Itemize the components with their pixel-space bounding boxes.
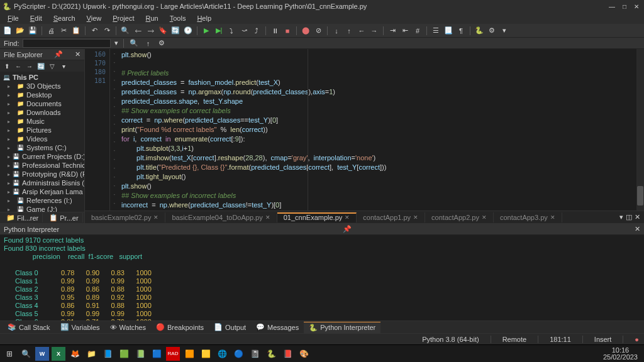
- step-out-icon[interactable]: ⤴: [252, 26, 262, 36]
- bottom-tab[interactable]: 🐍Python Interpreter: [304, 322, 380, 333]
- tab-close-icon[interactable]: ✕: [550, 214, 555, 221]
- tree-item[interactable]: ▸📁3D Objects: [0, 82, 84, 90]
- dropdown-icon[interactable]: ▾: [59, 62, 68, 70]
- panel-close-icon[interactable]: ✕: [75, 50, 80, 58]
- expand-icon[interactable]: ▸: [8, 101, 14, 107]
- tab-close-icon[interactable]: ✕: [153, 214, 158, 221]
- expand-icon[interactable]: ▸: [8, 207, 14, 212]
- editor-tab[interactable]: 01_cnnExample.py✕: [277, 212, 357, 222]
- tab-close-icon[interactable]: ✕: [345, 214, 350, 221]
- nav-fwd-icon[interactable]: 🡒: [145, 26, 155, 36]
- editor-tab[interactable]: contactApp1.py✕: [357, 212, 425, 222]
- tree-item[interactable]: ▸📁Pictures: [0, 126, 84, 134]
- menu-edit[interactable]: Edit: [25, 13, 47, 23]
- app-icon[interactable]: 📘: [101, 347, 114, 361]
- undo-icon[interactable]: ↶: [89, 26, 99, 36]
- arrow-icon[interactable]: →: [369, 26, 379, 36]
- fold-column[interactable]: · · · · · · · · · · · · · · · · · · · · …: [110, 49, 119, 211]
- menu-view[interactable]: View: [82, 13, 107, 23]
- interpreter-output[interactable]: Found 9170 correct labels Found 830 inco…: [0, 235, 644, 321]
- app-icon[interactable]: 🟦: [150, 347, 164, 361]
- new-file-icon[interactable]: 📄: [3, 26, 13, 36]
- outdent-icon[interactable]: ⇤: [400, 26, 410, 36]
- comment-icon[interactable]: #: [413, 26, 423, 36]
- tree-item[interactable]: ▸💾Prototyping (R&D) (F:): [0, 170, 84, 178]
- tree-item[interactable]: ▸💾Professional Technical Writing (E:): [0, 161, 84, 170]
- app-icon[interactable]: 📓: [248, 347, 262, 361]
- edge-icon[interactable]: 🔵: [231, 347, 245, 361]
- pin-icon[interactable]: 📌: [343, 225, 352, 233]
- open-file-icon[interactable]: 📂: [15, 26, 25, 36]
- chrome-icon[interactable]: 🌐: [215, 347, 229, 361]
- filter-icon[interactable]: ▽: [48, 62, 57, 70]
- expand-icon[interactable]: ▸: [8, 136, 14, 142]
- pilcrow-icon[interactable]: ¶: [456, 26, 466, 36]
- bottom-tab[interactable]: 🔣Variables: [55, 322, 105, 332]
- menu-run[interactable]: Run: [141, 13, 164, 23]
- find-next-icon[interactable]: 🔍: [129, 38, 139, 48]
- expand-icon[interactable]: ▸: [8, 180, 10, 186]
- editor-tab[interactable]: contactApp2.py✕: [425, 212, 494, 222]
- expand-icon[interactable]: ▸: [8, 145, 14, 151]
- editor-body[interactable]: 160 170 180 181 · · · · · · · · · · · · …: [85, 49, 644, 211]
- print-icon[interactable]: 🖨: [46, 26, 56, 36]
- bookmark-icon[interactable]: 🔖: [158, 26, 168, 36]
- nav-fwd-icon[interactable]: →: [25, 62, 34, 70]
- debug-icon[interactable]: ▶|: [214, 26, 224, 36]
- minimize-button[interactable]: —: [609, 3, 615, 10]
- tree-item[interactable]: ▸💾Game (J:): [0, 205, 84, 212]
- pin-icon[interactable]: 📌: [54, 50, 63, 58]
- tree-item[interactable]: ▸📁Documents: [0, 99, 84, 108]
- redo-icon[interactable]: ↷: [102, 26, 112, 36]
- menu-search[interactable]: Search: [48, 13, 80, 23]
- split-icon[interactable]: ◫: [626, 213, 632, 221]
- tab-file-explorer[interactable]: 📁Fil...rer: [3, 213, 43, 222]
- search-icon[interactable]: 🔍: [120, 26, 130, 36]
- file-tree[interactable]: 💻 This PC ▸📁3D Objects▸📁Desktop▸📁Documen…: [0, 72, 84, 212]
- expand-icon[interactable]: ▸: [8, 128, 14, 133]
- editor-tab[interactable]: basicExample02.py✕: [85, 212, 165, 222]
- app-icon[interactable]: 🎨: [297, 347, 311, 361]
- nav-up-icon[interactable]: ⬆: [3, 62, 11, 70]
- clock-icon[interactable]: 🕐: [183, 26, 193, 36]
- expand-icon[interactable]: ▸: [8, 189, 10, 195]
- app-icon[interactable]: 🟩: [117, 347, 131, 361]
- code-area[interactable]: plt.show() # Predict labels predicted_cl…: [119, 49, 636, 211]
- taskbar-clock[interactable]: 10:16 25/02/2023: [603, 347, 641, 361]
- start-button[interactable]: ⊞: [3, 347, 16, 361]
- nav-back-icon[interactable]: 🡐: [133, 26, 143, 36]
- menu-project[interactable]: Project: [108, 13, 139, 23]
- find-prev-icon[interactable]: ↑: [143, 38, 153, 48]
- expand-icon[interactable]: ▸: [8, 119, 14, 124]
- firefox-icon[interactable]: 🦊: [68, 347, 82, 361]
- cut-icon[interactable]: ✂: [58, 26, 69, 36]
- tree-item[interactable]: ▸💾References (I:): [0, 196, 84, 205]
- page-icon[interactable]: 📃: [443, 26, 453, 36]
- tree-item[interactable]: ▸💾Current Projects (D:): [0, 152, 84, 161]
- tab-close-icon[interactable]: ✕: [482, 214, 487, 221]
- pyscripter-icon[interactable]: 🐍: [264, 347, 278, 361]
- word-icon[interactable]: W: [35, 347, 49, 361]
- panel-close-icon[interactable]: ✕: [635, 225, 640, 233]
- refresh-icon[interactable]: 🔄: [36, 62, 45, 70]
- arrow-icon[interactable]: ←: [357, 26, 367, 36]
- menu-tools[interactable]: Tools: [165, 13, 191, 23]
- close-button[interactable]: ✕: [634, 3, 639, 10]
- explorer-icon[interactable]: 📁: [84, 347, 98, 361]
- app-icon[interactable]: RAD: [166, 347, 180, 361]
- app-icon[interactable]: 📕: [280, 347, 294, 361]
- bottom-tab[interactable]: 🔴Breakpoints: [151, 322, 209, 332]
- tree-item[interactable]: ▸💾Administrasi Bisnis (G:): [0, 178, 84, 187]
- menu-help[interactable]: Help: [192, 13, 216, 23]
- close-tab-icon[interactable]: ✕: [635, 213, 640, 221]
- tree-item[interactable]: ▸📁Desktop: [0, 90, 84, 99]
- bottom-tab[interactable]: 👁Watches: [105, 322, 151, 332]
- copy-icon[interactable]: 📋: [71, 26, 81, 36]
- nav-back-icon[interactable]: ←: [14, 62, 23, 70]
- record-off-icon[interactable]: ⊘: [313, 26, 323, 36]
- stop-icon[interactable]: ■: [282, 26, 292, 36]
- bottom-tab[interactable]: 📚Call Stack: [3, 322, 55, 332]
- menu-file[interactable]: File: [3, 13, 24, 23]
- bottom-tab[interactable]: 💬Messages: [251, 322, 304, 332]
- list-icon[interactable]: ☰: [431, 26, 441, 36]
